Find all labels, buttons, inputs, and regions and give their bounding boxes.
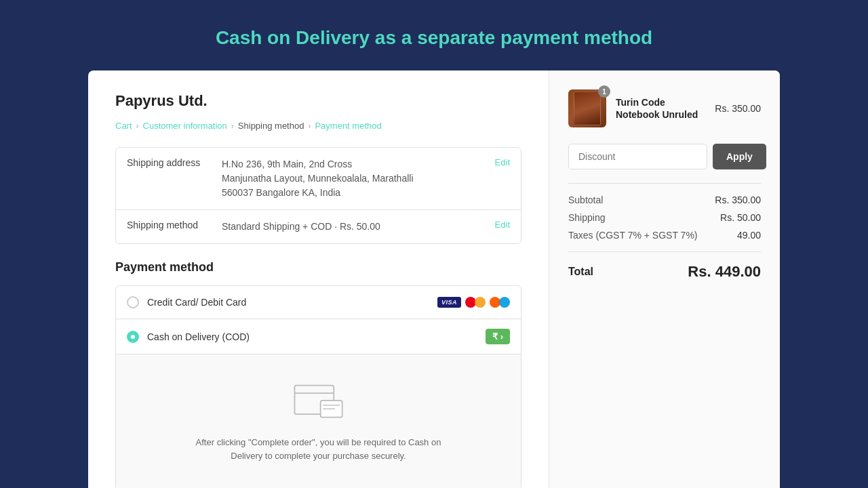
breadcrumb-sep-2: › (231, 121, 234, 131)
cod-option[interactable]: Cash on Delivery (COD) ₹ › (116, 319, 521, 354)
mastercard-icon (465, 296, 486, 309)
checkout-card: Papyrus Utd. Cart › Customer information… (88, 70, 780, 488)
subtotal-label: Subtotal (568, 195, 603, 205)
credit-card-label: Credit Card/ Debit Card (147, 297, 437, 308)
shipping-address-edit[interactable]: Edit (495, 157, 510, 167)
product-info: Turin Code Notebook Unruled (616, 96, 705, 121)
maestro-icon (490, 296, 510, 309)
left-panel: Papyrus Utd. Cart › Customer information… (88, 70, 549, 488)
visa-icon: VISA (437, 297, 461, 308)
product-row: 1 Turin Code Notebook Unruled Rs. 350.00 (568, 89, 761, 127)
apply-button[interactable]: Apply (713, 144, 766, 169)
breadcrumb-sep-1: › (136, 121, 139, 131)
product-name: Turin Code Notebook Unruled (616, 96, 705, 121)
right-panel: 1 Turin Code Notebook Unruled Rs. 350.00… (549, 70, 780, 488)
subtotal-value: Rs. 350.00 (715, 195, 761, 205)
cod-details: After clicking "Complete order", you wil… (116, 354, 521, 488)
taxes-label: Taxes (CGST 7% + SGST 7%) (568, 230, 698, 241)
shipping-cost-value: Rs. 50.00 (720, 212, 761, 223)
card-icons: VISA (437, 296, 510, 309)
shipping-method-value: Standard Shipping + COD · Rs. 50.00 (222, 220, 490, 234)
product-image-wrap: 1 (568, 89, 606, 127)
total-amount: Rs. 449.00 (688, 263, 761, 281)
shipping-address-row: Shipping address H.No 236, 9th Main, 2nd… (116, 148, 521, 210)
cod-icon-wrapper (292, 382, 346, 425)
total-line: Total Rs. 449.00 (568, 251, 761, 281)
shipping-address-value: H.No 236, 9th Main, 2nd Cross Manjunatha… (222, 157, 490, 200)
breadcrumb-sep-3: › (308, 121, 311, 131)
rupee-badge: ₹ › (486, 329, 510, 344)
quantity-badge: 1 (598, 85, 610, 98)
shipping-info-box: Shipping address H.No 236, 9th Main, 2nd… (115, 147, 521, 244)
cod-window-icon (292, 382, 346, 422)
page-title: Cash on Delivery as a separate payment m… (216, 27, 652, 49)
shipping-cost-label: Shipping (568, 212, 606, 223)
breadcrumb-shipping[interactable]: Shipping method (238, 121, 304, 131)
shipping-method-row: Shipping method Standard Shipping + COD … (116, 210, 521, 243)
subtotal-line: Subtotal Rs. 350.00 (568, 195, 761, 205)
shipping-address-label: Shipping address (127, 157, 222, 168)
breadcrumb-payment: Payment method (315, 121, 381, 131)
total-label: Total (568, 266, 593, 278)
store-name: Papyrus Utd. (115, 92, 521, 110)
payment-options-box: Credit Card/ Debit Card VISA Cash on (115, 285, 521, 488)
shipping-line: Shipping Rs. 50.00 (568, 212, 761, 223)
shipping-method-label: Shipping method (127, 220, 222, 230)
discount-input[interactable] (568, 144, 707, 169)
taxes-line: Taxes (CGST 7% + SGST 7%) 49.00 (568, 230, 761, 241)
breadcrumb-cart[interactable]: Cart (115, 121, 132, 131)
shipping-method-edit[interactable]: Edit (495, 220, 510, 230)
product-price: Rs. 350.00 (715, 103, 761, 114)
cod-radio[interactable] (127, 331, 139, 343)
cod-label: Cash on Delivery (COD) (147, 331, 486, 342)
discount-row: Apply (568, 144, 761, 169)
breadcrumb-customer-info[interactable]: Customer information (143, 121, 227, 131)
payment-section-title: Payment method (115, 260, 521, 274)
cod-description: After clicking "Complete order", you wil… (190, 436, 448, 462)
price-rows: Subtotal Rs. 350.00 Shipping Rs. 50.00 T… (568, 183, 761, 241)
credit-card-option[interactable]: Credit Card/ Debit Card VISA (116, 286, 521, 319)
taxes-value: 49.00 (737, 230, 761, 241)
credit-card-radio[interactable] (127, 296, 139, 308)
breadcrumb: Cart › Customer information › Shipping m… (115, 121, 521, 131)
